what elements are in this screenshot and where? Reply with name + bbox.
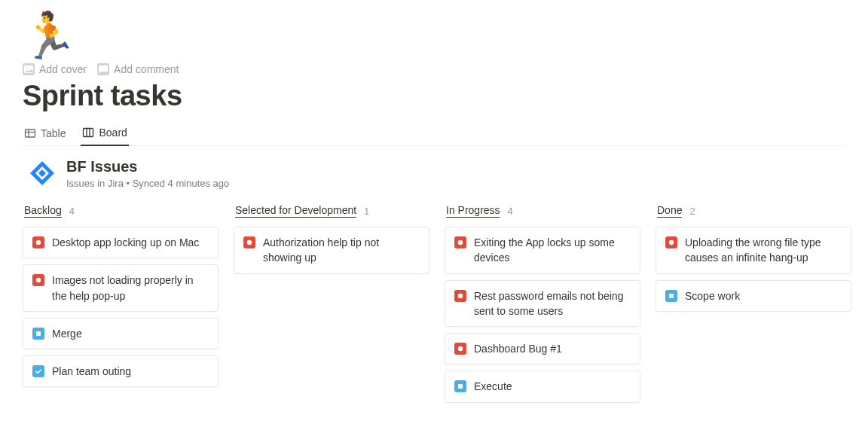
- board-card[interactable]: Execute: [445, 370, 640, 402]
- svg-point-16: [458, 293, 463, 297]
- board-card[interactable]: Desktop app locking up on Mac: [23, 227, 219, 258]
- card-title: Scope work: [685, 288, 842, 303]
- add-cover-button[interactable]: Add cover: [23, 63, 87, 75]
- board-column: Backlog4Desktop app locking up on MacIma…: [23, 204, 219, 393]
- bug-icon: [454, 343, 466, 355]
- tab-board[interactable]: Board: [81, 127, 128, 146]
- task-icon: [665, 290, 677, 302]
- board-icon: [82, 127, 94, 139]
- board-card[interactable]: Images not loading properly in the help …: [23, 264, 219, 312]
- card-title: Desktop app locking up on Mac: [52, 235, 209, 250]
- card-title: Rest password emails not being sent to s…: [474, 288, 631, 319]
- board-card[interactable]: Merge: [23, 318, 219, 349]
- svg-rect-2: [26, 130, 35, 137]
- bug-icon: [243, 236, 255, 248]
- board-column: In Progress4Exiting the App locks up som…: [445, 204, 640, 409]
- task-icon: [454, 380, 466, 392]
- board-card[interactable]: Exiting the App locks up some devices: [445, 227, 640, 274]
- svg-rect-5: [84, 129, 93, 137]
- database-header: BF Issues Issues in Jira • Synced 4 minu…: [23, 157, 845, 189]
- svg-point-17: [458, 346, 463, 351]
- svg-rect-18: [458, 384, 463, 389]
- column-count: 4: [69, 206, 75, 217]
- card-title: Merge: [52, 326, 209, 341]
- board-card[interactable]: Rest password emails not being sent to s…: [445, 280, 640, 328]
- add-comment-button[interactable]: Add comment: [97, 63, 179, 75]
- column-count: 2: [689, 206, 695, 217]
- column-name: Selected for Development: [235, 204, 356, 218]
- column-name: Done: [657, 204, 682, 218]
- database-title[interactable]: BF Issues: [66, 157, 229, 176]
- database-subtitle: Issues in Jira • Synced 4 minutes ago: [66, 178, 229, 189]
- column-count: 4: [508, 206, 513, 217]
- bug-icon: [454, 236, 466, 248]
- board-card[interactable]: Dashboard Bug #1: [445, 333, 640, 364]
- board-column: Done2Uploading the wrong file type cause…: [656, 204, 851, 318]
- column-count: 1: [364, 206, 369, 217]
- board: Backlog4Desktop app locking up on MacIma…: [23, 204, 845, 409]
- view-tabs: Table Board: [23, 126, 845, 146]
- card-title: Dashboard Bug #1: [474, 341, 631, 356]
- check-icon: [32, 365, 44, 377]
- board-card[interactable]: Authorization help tip not showing up: [234, 227, 429, 274]
- tab-board-label: Board: [99, 127, 127, 139]
- column-name: In Progress: [446, 204, 500, 218]
- tab-table-label: Table: [41, 127, 66, 139]
- bug-icon: [32, 274, 44, 286]
- svg-point-14: [247, 240, 252, 245]
- svg-point-19: [669, 240, 674, 245]
- card-title: Execute: [474, 379, 631, 394]
- jira-icon: [29, 160, 56, 187]
- svg-point-1: [26, 68, 28, 69]
- column-header[interactable]: Selected for Development1: [234, 204, 429, 218]
- svg-rect-20: [669, 294, 674, 298]
- tab-table[interactable]: Table: [23, 127, 67, 146]
- page-title: Sprint tasks: [23, 80, 845, 112]
- add-cover-label: Add cover: [39, 63, 87, 75]
- svg-point-12: [36, 278, 41, 282]
- bug-icon: [665, 236, 677, 248]
- svg-rect-13: [36, 331, 41, 336]
- card-title: Uploading the wrong file type causes an …: [685, 235, 842, 266]
- column-header[interactable]: In Progress4: [445, 204, 640, 218]
- board-card[interactable]: Scope work: [656, 280, 851, 312]
- bug-icon: [454, 290, 466, 302]
- board-card[interactable]: Plan team outing: [23, 355, 219, 387]
- svg-point-15: [458, 240, 463, 245]
- column-header[interactable]: Done2: [656, 204, 851, 218]
- card-title: Exiting the App locks up some devices: [474, 235, 631, 266]
- table-icon: [24, 127, 36, 139]
- column-name: Backlog: [24, 204, 62, 218]
- page-emoji[interactable]: 🏃: [21, 14, 845, 59]
- comment-icon: [97, 63, 109, 75]
- svg-point-11: [36, 240, 41, 245]
- add-comment-label: Add comment: [114, 63, 179, 75]
- board-column: Selected for Development1Authorization h…: [234, 204, 429, 280]
- task-icon: [32, 328, 44, 340]
- card-title: Plan team outing: [52, 364, 209, 379]
- board-card[interactable]: Uploading the wrong file type causes an …: [656, 227, 851, 274]
- image-icon: [23, 63, 35, 75]
- card-title: Images not loading properly in the help …: [52, 273, 209, 303]
- card-title: Authorization help tip not showing up: [263, 235, 420, 266]
- bug-icon: [32, 236, 44, 248]
- column-header[interactable]: Backlog4: [23, 204, 219, 218]
